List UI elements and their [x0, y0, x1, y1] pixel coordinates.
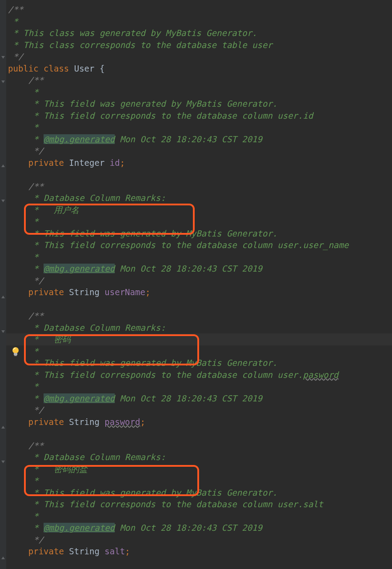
- comment-remark-value: * 用户名: [8, 205, 79, 215]
- comment-tag-pre: *: [8, 393, 44, 403]
- comment-open: /**: [8, 311, 44, 321]
- code-area[interactable]: /** * * This class was generated by MyBa…: [6, 0, 392, 557]
- svg-rect-2: [14, 355, 17, 356]
- semicolon: ;: [120, 158, 125, 168]
- fold-marker[interactable]: [0, 554, 6, 561]
- comment-tag-post: Mon Oct 28 18:20:43 CST 2019: [115, 264, 262, 273]
- comment-tag-post: Mon Oct 28 18:20:43 CST 2019: [115, 134, 262, 144]
- comment-close: */: [8, 405, 44, 415]
- comment-line: * This class corresponds to the database…: [8, 40, 272, 50]
- comment-line-pre: * This field corresponds to the database…: [8, 370, 303, 380]
- type-integer: Integer: [69, 158, 110, 168]
- brace: {: [100, 64, 104, 73]
- comment-line: *: [8, 216, 39, 226]
- javadoc-tag: @mbg.generated: [44, 523, 115, 533]
- comment-line: * This field was generated by MyBatis Ge…: [8, 488, 277, 497]
- fold-marker[interactable]: [0, 329, 6, 335]
- field-username: userName: [104, 287, 145, 297]
- svg-rect-1: [14, 353, 17, 355]
- comment-remark-header: * Database Column Remarks:: [8, 193, 166, 203]
- comment-line: *: [8, 87, 39, 97]
- javadoc-tag: @mbg.generated: [44, 264, 115, 273]
- field-salt: salt: [104, 546, 125, 556]
- comment-line: *: [8, 252, 39, 262]
- comment-close: */: [8, 52, 23, 61]
- comment-line: * This field was generated by MyBatis Ge…: [8, 99, 277, 108]
- comment-open: /**: [8, 441, 44, 450]
- editor-gutter: [0, 0, 6, 569]
- comment-line: *: [8, 476, 39, 485]
- comment-remark-value: * 密码: [8, 334, 71, 344]
- comment-line: * This field corresponds to the database…: [8, 240, 348, 250]
- keyword-private: private: [28, 158, 69, 168]
- keyword-private: private: [28, 417, 69, 427]
- indent: [8, 417, 28, 427]
- semicolon: ;: [140, 417, 145, 427]
- javadoc-tag: @mbg.generated: [44, 134, 115, 144]
- comment-tag-post: Mon Oct 28 18:20:43 CST 2019: [115, 393, 262, 403]
- fold-marker[interactable]: [0, 198, 6, 204]
- comment-tag-pre: *: [8, 134, 44, 144]
- field-id: id: [110, 158, 120, 168]
- comment-line: *: [8, 122, 39, 132]
- indent: [8, 287, 28, 297]
- comment-line: * This field corresponds to the database…: [8, 499, 323, 509]
- comment-line: * This field corresponds to the database…: [8, 111, 313, 120]
- keyword-private: private: [28, 546, 69, 556]
- comment-close: */: [8, 535, 44, 545]
- javadoc-tag: @mbg.generated: [44, 393, 115, 403]
- comment-open: /**: [8, 75, 44, 85]
- comment-remark-header: * Database Column Remarks:: [8, 452, 166, 462]
- fold-marker[interactable]: [0, 162, 6, 168]
- semicolon: ;: [145, 287, 150, 297]
- comment-open: /**: [8, 181, 44, 191]
- fold-marker[interactable]: [0, 424, 6, 430]
- class-name: User: [74, 64, 100, 73]
- semicolon: ;: [125, 546, 130, 556]
- fold-marker[interactable]: [0, 79, 6, 85]
- type-string: String: [69, 287, 104, 297]
- keyword-public: public: [8, 64, 44, 73]
- comment-open: /**: [8, 4, 23, 14]
- comment-remark-header: * Database Column Remarks:: [8, 323, 166, 333]
- comment-tag-pre: *: [8, 264, 44, 273]
- comment-remark-value: * 密码的盐: [8, 464, 88, 474]
- code-editor[interactable]: /** * * This class was generated by MyBa…: [0, 0, 392, 569]
- fold-marker[interactable]: [0, 293, 6, 300]
- indent: [8, 158, 28, 168]
- type-string: String: [69, 417, 104, 427]
- comment-line: * This class was generated by MyBatis Ge…: [8, 28, 257, 38]
- type-string: String: [69, 546, 104, 556]
- fold-marker[interactable]: [0, 459, 6, 465]
- keyword-class: class: [44, 64, 74, 73]
- indent: [8, 546, 28, 556]
- comment-line: *: [8, 511, 39, 521]
- intention-bulb-icon[interactable]: [11, 346, 20, 358]
- keyword-private: private: [28, 287, 69, 297]
- comment-tag-pre: *: [8, 523, 44, 533]
- typo-pasword: pasword: [303, 370, 338, 380]
- fold-marker[interactable]: [0, 55, 6, 61]
- field-pasword: pasword: [104, 417, 140, 427]
- comment-tag-post: Mon Oct 28 18:20:43 CST 2019: [115, 523, 262, 533]
- comment-line: *: [8, 381, 39, 391]
- comment-line: * This field was generated by MyBatis Ge…: [8, 358, 277, 368]
- comment-line: * This field was generated by MyBatis Ge…: [8, 228, 277, 238]
- comment-close: */: [8, 276, 44, 285]
- comment-close: */: [8, 146, 44, 156]
- comment-line: *: [8, 16, 18, 26]
